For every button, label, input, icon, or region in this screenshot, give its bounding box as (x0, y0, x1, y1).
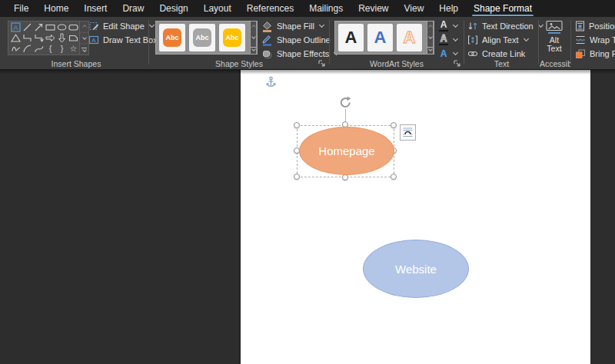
shape-fill-icon (261, 21, 273, 32)
gallery-scroll-up-button[interactable] (80, 22, 88, 33)
homepage-shape-text: Homepage (318, 144, 374, 157)
gallery-scroll-down-button[interactable] (80, 33, 88, 45)
shape-gallery-grid: A{}☆ (8, 22, 79, 55)
gallery-shape-line-arrow-icon[interactable] (33, 22, 45, 33)
resize-handle-bottom-middle[interactable] (342, 174, 348, 180)
alt-text-icon (545, 20, 563, 36)
menu-tab-home[interactable]: Home (36, 0, 76, 17)
menu-tab-draw[interactable]: Draw (115, 0, 151, 17)
position-button[interactable]: Position (575, 20, 615, 32)
gallery-shape-line-icon[interactable] (22, 22, 33, 33)
menu-tab-shape-format[interactable]: Shape Format (466, 0, 540, 17)
ribbon: A{}☆ Edit Shape A Draw Text Box Insert S… (0, 17, 615, 69)
create-link-button[interactable]: Create Link (467, 48, 525, 60)
gallery-shape-star-icon[interactable]: ☆ (68, 44, 79, 55)
menu-tab-insert[interactable]: Insert (76, 0, 115, 17)
chevron-down-icon (149, 22, 155, 28)
menu-tab-review[interactable]: Review (351, 0, 396, 17)
shape-style-preset-chip: Abc (193, 28, 211, 47)
resize-handle-top-left[interactable] (294, 122, 300, 128)
wordart-dialog-launcher[interactable] (453, 59, 462, 68)
wordart-preset-1[interactable]: A (338, 24, 364, 51)
rotate-handle[interactable] (338, 95, 353, 110)
gallery-shape-text-box-icon[interactable]: A (10, 22, 22, 33)
text-direction-button[interactable]: Text Direction (467, 20, 543, 32)
gallery-shape-oval-icon[interactable] (56, 22, 68, 33)
group-separator (464, 20, 464, 65)
menu-tab-design[interactable]: Design (151, 0, 195, 17)
gallery-shape-brace-left-icon[interactable]: { (45, 44, 56, 55)
shape-fill-label: Shape Fill (277, 22, 314, 31)
text-effects-button[interactable]: A (438, 48, 457, 60)
gallery-more-button[interactable] (427, 44, 433, 54)
text-fill-button[interactable]: A (438, 20, 457, 32)
shape-outline-label: Shape Outline (277, 35, 331, 45)
document-canvas: Homepage Website (0, 69, 615, 364)
draw-text-box-button[interactable]: A Draw Text Box (88, 34, 158, 46)
gallery-shape-curve-icon[interactable] (33, 44, 45, 55)
resize-handle-bottom-left[interactable] (294, 174, 300, 180)
gallery-shape-scribble-icon[interactable] (10, 44, 22, 55)
gallery-scroll-up-button[interactable] (427, 22, 433, 32)
wordart-preset-letter: A (404, 28, 416, 48)
layout-options-icon (402, 127, 414, 138)
ribbon-shadow (0, 69, 615, 74)
group-label-insert-shapes: Insert Shapes (3, 59, 149, 68)
text-outline-button[interactable]: A (438, 34, 457, 46)
shape-fill-button[interactable]: Shape Fill (261, 20, 324, 32)
shape-style-preset-chip: Abc (163, 28, 181, 47)
alt-text-button[interactable]: Alt Text (540, 20, 568, 53)
group-separator (538, 20, 539, 65)
menu-tab-references[interactable]: References (239, 0, 301, 17)
menu-bar: FileHomeInsertDrawDesignLayoutReferences… (0, 0, 615, 17)
wrap-text-button[interactable]: Wrap Text (575, 34, 615, 46)
gallery-scroll-down-button[interactable] (251, 32, 256, 43)
group-separator (570, 20, 571, 65)
menu-tab-view[interactable]: View (397, 0, 432, 17)
wordart-preset-3[interactable]: A (397, 24, 422, 51)
gallery-shape-block-arrow-down-icon[interactable] (56, 33, 68, 44)
shape-style-preset-3[interactable]: Abc (219, 24, 245, 51)
bring-forward-button[interactable]: Bring Forward (575, 48, 615, 60)
shape-effects-button[interactable]: Shape Effects (261, 48, 338, 60)
layout-options-button[interactable] (400, 124, 416, 141)
gallery-shape-snip-corner-rectangle-icon[interactable] (68, 33, 79, 44)
shape-styles-dialog-launcher[interactable] (317, 59, 327, 68)
position-icon (575, 21, 585, 31)
gallery-scroll-down-button[interactable] (427, 32, 433, 43)
menu-tab-layout[interactable]: Layout (196, 0, 239, 17)
gallery-shape-arc-icon[interactable] (22, 44, 33, 55)
group-label-text: Text (465, 59, 538, 68)
shape-outline-button[interactable]: Shape Outline (261, 34, 340, 46)
gallery-more-button[interactable] (80, 44, 88, 55)
gallery-shape-block-arrow-right-icon[interactable] (45, 33, 56, 44)
shape-style-preset-2[interactable]: Abc (189, 24, 215, 51)
homepage-ellipse-shape[interactable]: Homepage (299, 127, 394, 175)
gallery-shape-connector-elbow-arrow-icon[interactable] (33, 33, 45, 44)
gallery-shape-brace-right-icon[interactable]: } (56, 44, 68, 55)
group-label-wordart-styles: WordArt Styles (331, 59, 463, 68)
bring-forward-label: Bring Forward (590, 49, 615, 58)
gallery-shape-rectangle-icon[interactable] (45, 22, 56, 33)
edit-shape-button[interactable]: Edit Shape (88, 20, 154, 32)
text-box-icon: A (88, 35, 99, 45)
gallery-scroll-up-button[interactable] (251, 22, 256, 32)
shape-style-preset-chip: Abc (223, 28, 241, 47)
insert-shapes-gallery: A{}☆ (8, 21, 89, 55)
resize-handle-bottom-right[interactable] (391, 174, 397, 180)
text-direction-label: Text Direction (482, 22, 534, 31)
website-ellipse-shape[interactable]: Website (363, 240, 469, 298)
gallery-shape-rounded-rectangle-icon[interactable] (68, 22, 79, 33)
wordart-preset-2[interactable]: A (367, 24, 393, 51)
group-separator (148, 20, 149, 65)
resize-handle-top-right[interactable] (391, 122, 397, 128)
menu-tab-help[interactable]: Help (431, 0, 466, 17)
shape-style-preset-1[interactable]: Abc (159, 24, 185, 51)
gallery-shape-connector-elbow-icon[interactable] (22, 33, 33, 44)
document-page[interactable]: Homepage Website (241, 70, 590, 364)
menu-tab-file[interactable]: File (6, 0, 36, 17)
gallery-more-button[interactable] (251, 44, 256, 54)
gallery-shape-triangle-icon[interactable] (10, 33, 22, 44)
align-text-button[interactable]: Align Text (467, 34, 528, 46)
menu-tab-mailings[interactable]: Mailings (301, 0, 351, 17)
